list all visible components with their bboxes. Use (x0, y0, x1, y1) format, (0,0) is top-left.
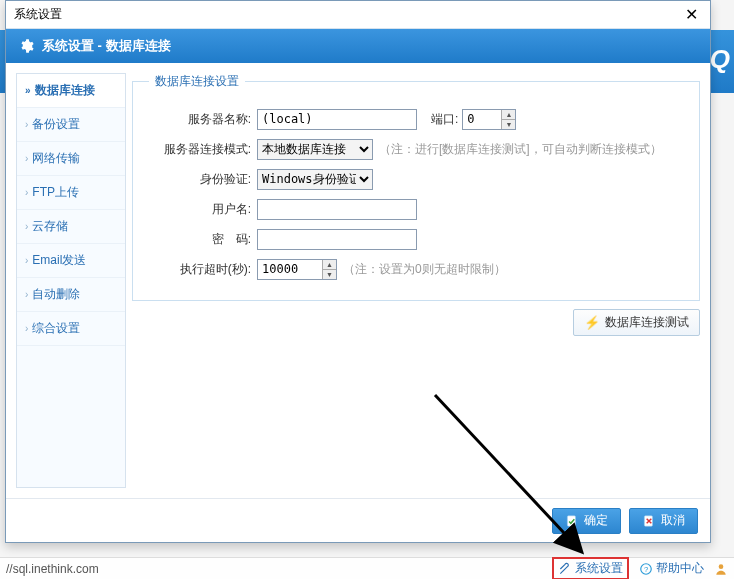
user-icon[interactable] (714, 562, 728, 576)
sidebar-item-label: FTP上传 (32, 184, 79, 201)
sidebar-item-db-connection[interactable]: 数据库连接 (17, 74, 125, 108)
svg-rect-0 (567, 515, 575, 526)
svg-point-5 (719, 564, 724, 569)
spin-up-icon[interactable]: ▲ (501, 110, 515, 120)
cancel-button[interactable]: 取消 (629, 508, 698, 534)
auth-label: 身份验证: (149, 171, 257, 188)
sidebar-item-network[interactable]: 网络传输 (17, 142, 125, 176)
group-legend: 数据库连接设置 (149, 73, 245, 90)
sidebar-item-label: 自动删除 (32, 286, 80, 303)
dialog-titlebar: 系统设置 ✕ (6, 1, 710, 29)
sidebar-item-label: 网络传输 (32, 150, 80, 167)
auth-select[interactable]: Windows身份验证 (257, 169, 373, 190)
row-user: 用户名: (149, 194, 683, 224)
dialog-title: 系统设置 (14, 6, 62, 23)
spin-down-icon[interactable]: ▼ (501, 120, 515, 129)
settings-sidebar: 数据库连接 备份设置 网络传输 FTP上传 云存储 Email发送 自动删除 综… (16, 73, 126, 488)
gear-icon (18, 38, 34, 54)
statusbar-help[interactable]: ? 帮助中心 (639, 560, 704, 577)
chevron-icon (25, 221, 28, 232)
dialog-body: 数据库连接 备份设置 网络传输 FTP上传 云存储 Email发送 自动删除 综… (6, 63, 710, 498)
mode-note: （注：进行[数据库连接测试]，可自动判断连接模式） (379, 141, 662, 158)
settings-content: 数据库连接设置 服务器名称: 端口: ▲▼ 服务器连接模式: 本地数据库连接 (132, 73, 700, 488)
row-auth: 身份验证: Windows身份验证 (149, 164, 683, 194)
ok-label: 确定 (584, 512, 608, 529)
server-input[interactable] (257, 109, 417, 130)
svg-text:?: ? (644, 564, 648, 573)
port-spinner: ▲▼ (462, 109, 516, 130)
chevron-icon (25, 255, 28, 266)
sidebar-item-label: Email发送 (32, 252, 86, 269)
spin-down-icon[interactable]: ▼ (322, 270, 336, 279)
chevron-icon (25, 119, 28, 130)
sidebar-item-cloud[interactable]: 云存储 (17, 210, 125, 244)
dialog-subheader: 系统设置 - 数据库连接 (6, 29, 710, 63)
ok-button[interactable]: 确定 (552, 508, 621, 534)
password-input[interactable] (257, 229, 417, 250)
user-label: 用户名: (149, 201, 257, 218)
dialog-footer: 确定 取消 (6, 498, 710, 542)
row-server: 服务器名称: 端口: ▲▼ (149, 104, 683, 134)
statusbar-sys-label: 系统设置 (575, 560, 623, 577)
status-url: //sql.inethink.com (6, 562, 99, 576)
row-timeout: 执行超时(秒): ▲▼ （注：设置为0则无超时限制） (149, 254, 683, 284)
sidebar-item-label: 数据库连接 (35, 82, 95, 99)
sidebar-item-label: 云存储 (32, 218, 68, 235)
cancel-doc-icon (642, 514, 656, 528)
chevron-icon (25, 289, 28, 300)
status-bar: //sql.inethink.com 系统设置 ? 帮助中心 (0, 557, 734, 579)
cancel-label: 取消 (661, 512, 685, 529)
system-settings-dialog: 系统设置 ✕ 系统设置 - 数据库连接 数据库连接 备份设置 网络传输 FTP上… (5, 0, 711, 543)
sidebar-item-label: 综合设置 (32, 320, 80, 337)
close-icon[interactable]: ✕ (681, 7, 702, 23)
port-label: 端口: (423, 111, 462, 128)
sidebar-item-backup[interactable]: 备份设置 (17, 108, 125, 142)
sidebar-item-autodelete[interactable]: 自动删除 (17, 278, 125, 312)
row-mode: 服务器连接模式: 本地数据库连接 （注：进行[数据库连接测试]，可自动判断连接模… (149, 134, 683, 164)
server-label: 服务器名称: (149, 111, 257, 128)
test-connection-button[interactable]: ⚡ 数据库连接测试 (573, 309, 700, 336)
mode-select[interactable]: 本地数据库连接 (257, 139, 373, 160)
statusbar-help-label: 帮助中心 (656, 560, 704, 577)
timeout-label: 执行超时(秒): (149, 261, 257, 278)
check-doc-icon (565, 514, 579, 528)
help-icon: ? (639, 562, 653, 576)
test-button-label: 数据库连接测试 (605, 314, 689, 331)
row-pass: 密 码: (149, 224, 683, 254)
mode-label: 服务器连接模式: (149, 141, 257, 158)
tools-icon (558, 562, 572, 576)
pass-label: 密 码: (149, 231, 257, 248)
test-button-row: ⚡ 数据库连接测试 (132, 309, 700, 336)
chevron-icon (25, 323, 28, 334)
statusbar-system-settings[interactable]: 系统设置 (552, 557, 629, 579)
db-connection-group: 数据库连接设置 服务器名称: 端口: ▲▼ 服务器连接模式: 本地数据库连接 (132, 73, 700, 301)
status-right: 系统设置 ? 帮助中心 (552, 557, 728, 579)
timeout-spinner: ▲▼ (257, 259, 337, 280)
sidebar-item-ftp[interactable]: FTP上传 (17, 176, 125, 210)
username-input[interactable] (257, 199, 417, 220)
chevron-icon (25, 85, 31, 96)
sidebar-item-general[interactable]: 综合设置 (17, 312, 125, 346)
sidebar-item-label: 备份设置 (32, 116, 80, 133)
dialog-subheader-text: 系统设置 - 数据库连接 (42, 37, 171, 55)
bolt-icon: ⚡ (584, 315, 600, 330)
chevron-icon (25, 187, 28, 198)
timeout-note: （注：设置为0则无超时限制） (343, 261, 506, 278)
spin-up-icon[interactable]: ▲ (322, 260, 336, 270)
sidebar-item-email[interactable]: Email发送 (17, 244, 125, 278)
chevron-icon (25, 153, 28, 164)
